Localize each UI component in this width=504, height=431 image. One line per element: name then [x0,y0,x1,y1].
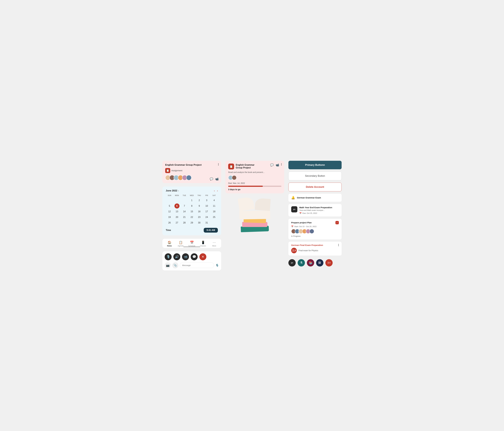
cal-day-15[interactable]: 15 [189,209,194,214]
book-open [239,210,270,219]
days-to-go: 3 days to go [228,188,281,191]
nav-more-label: More [212,245,216,247]
project-plan-card: Prepare project Plan ✓ 📅 Start: Oct 15 -… [288,219,342,239]
cal-day-13[interactable]: 13 [174,209,180,214]
cal-day-20[interactable]: 20 [174,215,180,220]
math-exam-description: Year-end Math exam incorpor... [299,209,339,211]
cal-day-26[interactable]: 26 [167,220,172,225]
message-input-row: 📷 📎 🎙️ [165,262,219,269]
cal-day-30[interactable]: 30 [197,220,202,225]
cal-day-9[interactable]: 9 [197,203,202,208]
avatar [186,175,191,180]
video-icon[interactable]: 📹 [215,177,219,181]
secondary-button[interactable]: Secondary Button [288,171,342,180]
message-area: 🎙️ 🔊 📹 💬 ✕ 📷 📎 🎙️ [162,251,221,270]
nav-schedule[interactable]: 📅 Schedule [188,241,196,247]
primary-button[interactable]: Primary Buttonn [288,161,342,169]
assignment-card: English Grammar Group Project 📋 Assignme… [162,161,221,183]
project-title: Prepare project Plan [291,221,312,224]
cal-day-8[interactable]: 8 [189,203,194,208]
cal-day-6-today[interactable]: 6 [174,203,180,208]
day-header-sun: SUN [166,195,173,198]
assign-detail-description: Read and analyze the book and present... [228,171,281,173]
day-header-wed: WED [188,195,195,198]
assign-detail-chat-icon[interactable]: 💬 [270,163,274,167]
german-exam-menu[interactable] [338,244,339,246]
nav-agenda[interactable]: 📋 Agenda [176,241,185,247]
cal-day-7[interactable]: 7 [182,203,187,208]
mic-icon[interactable]: 🎙️ [216,264,219,267]
nav-more[interactable]: ⋯ More [210,241,218,247]
cal-day-27[interactable]: 27 [174,220,180,225]
cal-day-17[interactable]: 17 [204,209,209,214]
cal-day-28[interactable]: 28 [182,220,187,225]
cal-day-24[interactable]: 24 [204,215,209,220]
assign-detail-menu[interactable] [281,163,282,167]
cal-day-2[interactable]: 2 [197,198,202,203]
calendar-prev-button[interactable]: ‹ [214,189,215,192]
translate-icon: 文A [291,248,297,253]
cal-day-5[interactable]: 5 [167,203,172,208]
cal-day-19[interactable]: 19 [167,215,172,220]
cal-day-18[interactable]: 18 [212,209,216,214]
project-checkbox[interactable]: ✓ [335,221,339,224]
cal-day-14[interactable]: 14 [182,209,187,214]
science-subject-icon[interactable]: ⚗ [298,259,305,267]
cal-day-4[interactable]: 4 [212,198,216,203]
day-header-sat: SAT [210,195,218,198]
due-date: Due: Nov. 14, 2022 [228,182,281,184]
cal-day-29[interactable]: 29 [189,220,194,225]
nav-home[interactable]: 🏠 Home [165,241,174,247]
cal-day-1[interactable]: 1 [189,198,194,203]
avatar [232,175,237,180]
chat-button[interactable]: 💬 [191,253,198,260]
project-avatar [309,229,314,234]
german-exam-header: German Final Exam Preparation [291,244,339,246]
math-icon: ±× [291,206,297,212]
cal-day-empty [212,220,216,225]
status-badge: In Progress [291,235,339,237]
cal-day-16[interactable]: 16 [197,209,202,214]
main-container: English Grammar Group Project 📋 Assignme… [162,161,342,270]
delete-account-button[interactable]: Delete Account [288,183,342,191]
attach-button[interactable]: 📎 [172,262,178,269]
german-final-exam-card: German Final Exam Preparation 文A Final e… [288,242,342,256]
camera-button[interactable]: 📷 [165,262,171,269]
cal-day-22[interactable]: 22 [189,215,194,220]
history-subject-icon[interactable]: 🏛 [316,259,324,267]
time-label: Time [166,229,171,232]
calendar-next-button[interactable]: › [217,189,218,192]
video-call-button[interactable]: 📹 [182,253,189,260]
cal-day-10[interactable]: 10 [204,203,209,208]
cal-day-25[interactable]: 25 [212,215,216,220]
math-subject-icon[interactable]: ±× [288,259,296,267]
progress-bar-fill [228,186,263,187]
math-exam-title: Math Year End Exam Preparation [299,206,339,209]
column-3: Primary Buttonn Secondary Button Delete … [288,161,342,268]
cal-day-11[interactable]: 11 [212,203,216,208]
library-subject-icon[interactable]: 📚 [307,259,314,267]
assign-detail-avatars [228,175,281,180]
close-button[interactable]: ✕ [199,253,206,260]
speaker-button[interactable]: 🔊 [173,253,180,260]
card-menu-button[interactable] [218,163,219,165]
assignment-type-icon: 📋 [165,168,170,173]
nav-classes-label: Classes [200,245,206,247]
message-input[interactable] [180,262,214,268]
calendar-header: June 2022 › ‹ › [166,189,218,192]
assignment-type-row: 📋 Assignment [165,168,218,173]
cal-day-3[interactable]: 3 [204,198,209,203]
cal-day-23[interactable]: 23 [197,215,202,220]
bottom-nav: 🏠 Home 📋 Agenda 📅 Schedule 📱 Classes ⋯ [162,239,221,248]
assign-detail-video-icon[interactable]: 📹 [276,163,279,167]
microphone-button[interactable]: 🎙️ [165,253,172,260]
cal-day-21[interactable]: 21 [182,215,187,220]
cal-day-empty [167,198,172,203]
calendar-icon: 📅 [291,225,293,228]
bell-icon: 🔔 [291,196,295,199]
cal-day-12[interactable]: 12 [167,209,172,214]
chat-icon[interactable]: 💬 [210,177,213,181]
nav-classes[interactable]: 📱 Classes [199,241,207,247]
cal-day-31[interactable]: 31 [204,220,209,225]
language-subject-icon[interactable]: 文A [325,259,333,267]
